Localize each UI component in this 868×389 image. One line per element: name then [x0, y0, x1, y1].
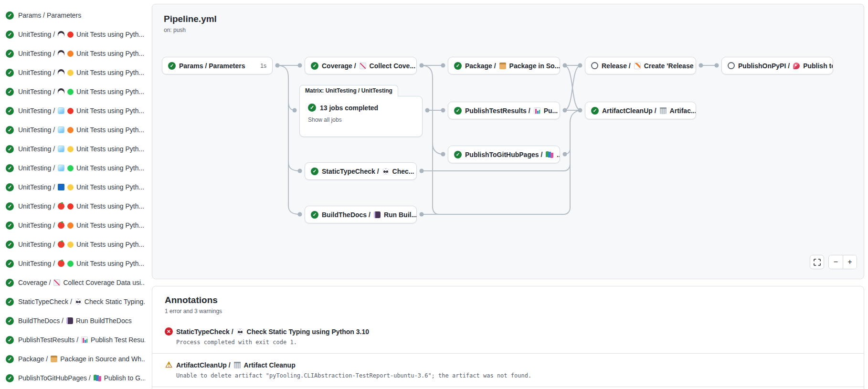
job-prefix: UnitTesting / [18, 50, 55, 57]
annotation-title[interactable]: ✕StaticTypeCheck /Check Static Typing us… [165, 327, 851, 336]
ice-icon [58, 165, 64, 171]
job-prefix: UnitTesting / [18, 202, 55, 210]
job-label: Unit Tests using Pyth... [76, 50, 144, 57]
sidebar-job-item[interactable]: ✓UnitTesting /Unit Tests using Pyth... [0, 120, 149, 139]
check-circle-icon: ✓ [454, 107, 462, 115]
dot-green-icon [67, 261, 74, 267]
sidebar-job-item[interactable]: ✓UnitTesting /Unit Tests using Pyth... [0, 101, 149, 120]
job-prefix: UnitTesting / [18, 31, 55, 38]
matrix-jobs-completed: 13 jobs completed [320, 104, 378, 112]
dot-orange-icon [67, 127, 74, 133]
sidebar-job-item[interactable]: ✓UnitTesting /Unit Tests using Pyth... [0, 197, 149, 216]
job-prefix: Params / Parameters [18, 11, 81, 19]
sidebar-job-item[interactable]: ✓PublishToGitHubPages /Publish to G... [0, 368, 149, 388]
graph-node-ptr[interactable]: ✓PublishTestResults /Pu...17s [448, 102, 560, 119]
sidebar-job-item[interactable]: ✓UnitTesting /Unit Tests using Pyth... [0, 254, 149, 273]
eyes-icon [75, 298, 82, 305]
sidebar-job-text: UnitTesting /Unit Tests using Pyth... [18, 183, 144, 191]
annotation-item: ⚠ArtifactCleanUp /Artifact CleanupUnable… [152, 354, 864, 387]
workflow-edges [152, 4, 864, 279]
check-circle-icon: ✓ [6, 241, 14, 249]
graph-node-release[interactable]: Release /Create 'Release P... [585, 57, 696, 74]
package-icon [499, 63, 506, 69]
sidebar-job-item[interactable]: ✓UnitTesting /Unit Tests using Pyth... [0, 216, 149, 235]
sidebar-job-item[interactable]: ✓UnitTesting /Unit Tests using Pyth... [0, 178, 149, 197]
zoom-in-button[interactable]: + [843, 255, 857, 269]
annotation-message: Unable to delete artifact "pyTooling.CLI… [176, 372, 851, 379]
job-prefix: UnitTesting / [18, 145, 55, 153]
dot-yellow-icon [67, 146, 74, 152]
fullscreen-button[interactable] [810, 255, 824, 269]
notebook-icon [374, 211, 381, 218]
sidebar-job-list[interactable]: ✓Params / Parameters✓UnitTesting /Unit T… [0, 0, 149, 389]
job-prefix: PublishToGitHubPages / [18, 374, 91, 382]
graph-node-coverage[interactable]: ✓Coverage /Collect Cove...25s [305, 57, 417, 74]
sidebar-job-item[interactable]: ✓UnitTesting /Unit Tests using Pyth... [0, 25, 149, 44]
zoom-out-button[interactable]: − [829, 255, 843, 269]
sidebar-job-item[interactable]: ✓PublishTestResults /Publish Test Resu..… [0, 330, 149, 349]
job-prefix: UnitTesting / [18, 260, 55, 267]
job-label: ... [557, 151, 560, 158]
bluesq-icon [58, 184, 64, 190]
sidebar-job-text: UnitTesting /Unit Tests using Pyth... [18, 145, 144, 153]
sidebar-job-item[interactable]: ✓BuildTheDocs /Run BuildTheDocs [0, 311, 149, 330]
graph-node-stc[interactable]: ✓StaticTypeCheck /Chec...13s [305, 162, 417, 180]
graph-node-acu[interactable]: ✓ArtifactCleanUp /Artifac...3s [585, 102, 696, 119]
job-label: Unit Tests using Pyth... [76, 31, 144, 38]
dot-yellow-icon [67, 242, 74, 248]
ice-icon [58, 146, 64, 152]
matrix-summary-row: ✓ 13 jobs completed [308, 104, 414, 112]
annotations-title: Annotations [165, 295, 851, 305]
job-prefix: BuildTheDocs / [322, 211, 370, 219]
sidebar-job-item[interactable]: ✓Package /Package in Source and Wh... [0, 349, 149, 368]
annotation-title[interactable]: ⚠ArtifactCleanUp /Artifact Cleanup [165, 361, 851, 369]
job-label: Publish Test Resu... [91, 336, 145, 344]
ice-icon [58, 126, 64, 133]
sidebar-job-item[interactable]: ✓UnitTesting /Unit Tests using Pyth... [0, 44, 149, 63]
check-circle-icon: ✓ [6, 221, 14, 230]
sidebar-job-text: UnitTesting /Unit Tests using Pyth... [18, 50, 144, 57]
books-icon [94, 375, 101, 381]
job-prefix: Params / Parameters [179, 62, 245, 70]
check-circle-icon: ✓ [6, 298, 14, 306]
annotations-card: Annotations 1 error and 3 warnings ✕Stat… [152, 286, 864, 389]
duration-label: 1s [258, 63, 266, 69]
graph-node-package[interactable]: ✓Package /Package in So...25s [448, 57, 560, 74]
graph-node-pypi[interactable]: PublishOnPyPI /Publish to ... [721, 57, 833, 74]
job-prefix: UnitTesting / [18, 221, 55, 229]
check-circle-icon: ✓ [311, 62, 318, 70]
chart-up-icon [360, 63, 366, 69]
graph-node-ptghp[interactable]: ✓PublishToGitHubPages /...13s [448, 146, 560, 163]
job-label: Chec... [392, 168, 414, 175]
sidebar-job-text: UnitTesting /Unit Tests using Pyth... [18, 69, 144, 76]
workflow-graph-card: Pipeline.yml on: push [152, 4, 864, 279]
job-prefix: PublishTestResults / [465, 107, 530, 115]
check-circle-icon: ✓ [6, 126, 14, 134]
sidebar-job-item[interactable]: ✓Params / Parameters [0, 6, 149, 25]
sidebar-job-item[interactable]: ✓Coverage /Collect Coverage Data usi... [0, 273, 149, 292]
check-circle-icon: ✓ [6, 11, 14, 20]
sidebar-job-item[interactable]: ✓UnitTesting /Unit Tests using Pyth... [0, 235, 149, 254]
job-label: Check Static Typing... [85, 298, 145, 305]
graph-node-params[interactable]: ✓Params / Parameters1s [162, 57, 273, 74]
job-prefix: UnitTesting / [18, 183, 55, 191]
graph-node-btd[interactable]: ✓BuildTheDocs /Run Buil...47s [305, 206, 417, 223]
job-label: Unit Tests using Pyth... [76, 88, 144, 95]
sidebar-job-text: Coverage /Collect Coverage Data usi... [18, 279, 145, 286]
sidebar-job-item[interactable]: ✓UnitTesting /Unit Tests using Pyth... [0, 158, 149, 178]
check-circle-icon: ✓ [6, 50, 14, 58]
sidebar-job-item[interactable]: ✓UnitTesting /Unit Tests using Pyth... [0, 63, 149, 82]
books-icon [546, 151, 553, 158]
bar-chart-icon [81, 336, 88, 343]
dot-green-icon [67, 165, 74, 171]
sidebar-job-item[interactable]: ✓UnitTesting /Unit Tests using Pyth... [0, 139, 149, 158]
show-all-jobs-link[interactable]: Show all jobs [308, 116, 414, 123]
sidebar-job-text: PublishToGitHubPages /Publish to G... [18, 374, 145, 382]
dot-red-icon [67, 203, 74, 210]
annotation-message: Process completed with exit code 1. [176, 339, 851, 346]
sidebar-job-item[interactable]: ✓StaticTypeCheck /Check Static Typing... [0, 292, 149, 311]
dot-red-icon [67, 108, 74, 114]
sidebar-job-item[interactable]: ✓UnitTesting /Unit Tests using Pyth... [0, 82, 149, 101]
check-circle-icon: ✓ [311, 211, 318, 219]
check-circle-icon: ✓ [6, 202, 14, 210]
